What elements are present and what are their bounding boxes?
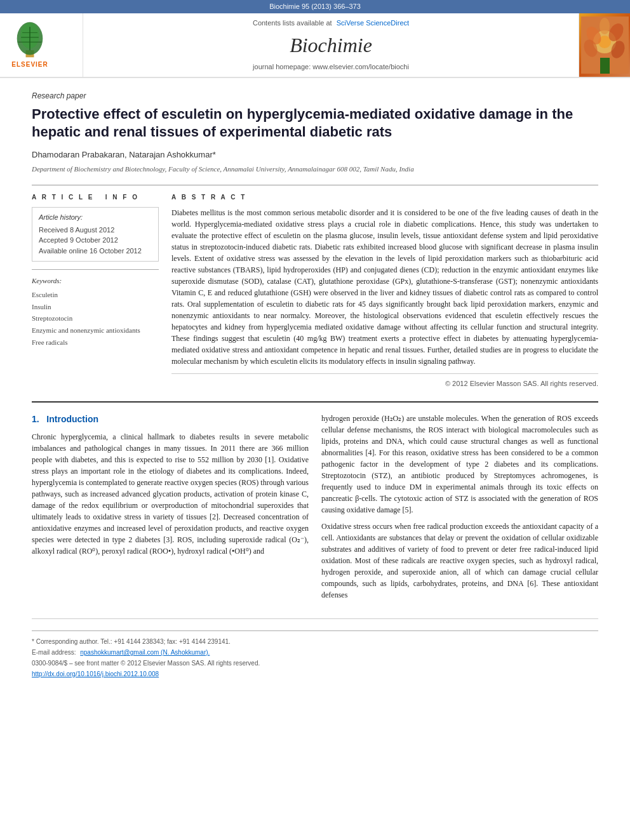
intro-body-right: hydrogen peroxide (H₂O₂) are unstable mo… <box>321 413 598 601</box>
cover-image-area: BIOCHIMIE <box>579 13 630 77</box>
cover-art-icon <box>581 17 629 74</box>
keywords-box: Keywords: Esculetin Insulin Streptozotoc… <box>32 276 159 348</box>
keyword-2: Insulin <box>32 301 159 313</box>
keywords-label: Keywords: <box>32 276 159 286</box>
keywords-list: Esculetin Insulin Streptozotocin Enzymic… <box>32 289 159 348</box>
corresponding-author: * Corresponding author. Tel.: +91 4144 2… <box>32 637 598 646</box>
affiliation: Department of Biochemistry and Biotechno… <box>32 164 598 174</box>
divider <box>32 269 159 270</box>
abstract-heading: A B S T R A C T <box>171 193 598 202</box>
article-history-title: Article history: <box>39 213 152 222</box>
keyword-3: Streptozotocin <box>32 312 159 324</box>
abstract-column: A B S T R A C T Diabetes mellitus is the… <box>171 193 598 389</box>
copyright: © 2012 Elsevier Masson SAS. All rights r… <box>171 373 598 389</box>
intro-heading: 1. Introduction <box>32 413 309 426</box>
accepted-date: Accepted 9 October 2012 <box>39 235 152 246</box>
intro-paragraph-3: Oxidative stress occurs when free radica… <box>321 521 598 601</box>
journal-cover-image: BIOCHIMIE <box>579 13 630 77</box>
doi-link[interactable]: http://dx.doi.org/10.1016/j.biochi.2012.… <box>32 670 159 677</box>
article-info-heading: A R T I C L E I N F O <box>32 193 159 202</box>
page-footer: * Corresponding author. Tel.: +91 4144 2… <box>32 618 598 679</box>
issn-notice: 0300-9084/$ – see front matter © 2012 El… <box>32 659 598 668</box>
keyword-1: Esculetin <box>32 289 159 301</box>
email-label: E-mail address: <box>32 649 76 656</box>
svg-point-14 <box>600 18 610 34</box>
intro-body-left: Chronic hyperglycemia, a clinical hallma… <box>32 431 309 557</box>
svg-rect-15 <box>600 58 610 74</box>
abstract-body: Diabetes mellitus is the most common ser… <box>171 207 598 367</box>
authors: Dhamodaran Prabakaran, Natarajan Ashokku… <box>32 149 598 161</box>
author-email[interactable]: npashokkumart@gmail.com (N. Ashokkumar). <box>80 649 210 656</box>
received-date: Received 8 August 2012 <box>39 225 152 236</box>
sciverse-info: Contents lists available at SciVerse Sci… <box>253 18 409 28</box>
elsevier-label: ELSEVIER <box>11 60 48 69</box>
main-content: Research paper Protective effect of escu… <box>0 78 630 693</box>
doi-line: http://dx.doi.org/10.1016/j.biochi.2012.… <box>32 670 598 679</box>
keyword-5: Free radicals <box>32 337 159 349</box>
elsevier-tree-icon <box>8 21 52 59</box>
journal-header: ELSEVIER Contents lists available at Sci… <box>0 13 630 78</box>
keyword-4: Enzymic and nonenzymic antioxidants <box>32 324 159 337</box>
elsevier-logo-area: ELSEVIER <box>0 13 83 77</box>
email-line: E-mail address: npashokkumart@gmail.com … <box>32 648 598 657</box>
elsevier-logo: ELSEVIER <box>8 21 52 69</box>
journal-title-area: Contents lists available at SciVerse Sci… <box>83 13 579 77</box>
footer-divider <box>32 630 598 631</box>
article-info-abstract-section: A R T I C L E I N F O Article history: R… <box>32 185 598 389</box>
journal-homepage: journal homepage: www.elsevier.com/locat… <box>253 62 409 72</box>
intro-paragraph-2: hydrogen peroxide (H₂O₂) are unstable mo… <box>321 413 598 516</box>
article-info-column: A R T I C L E I N F O Article history: R… <box>32 193 159 389</box>
journal-citation-bar: Biochimie 95 (2013) 366–373 <box>0 0 630 13</box>
available-online-date: Available online 16 October 2012 <box>39 246 152 257</box>
introduction-section: 1. Introduction Chronic hyperglycemia, a… <box>32 401 598 606</box>
article-title: Protective effect of esculetin on hyperg… <box>32 105 598 142</box>
article-type: Research paper <box>32 91 598 102</box>
article-history-box: Article history: Received 8 August 2012 … <box>32 207 159 262</box>
intro-col-right: hydrogen peroxide (H₂O₂) are unstable mo… <box>321 413 598 606</box>
sciverse-link[interactable]: SciVerse ScienceDirect <box>337 19 409 27</box>
citation-text: Biochimie 95 (2013) 366–373 <box>269 3 361 10</box>
intro-col-left: 1. Introduction Chronic hyperglycemia, a… <box>32 413 309 606</box>
intro-paragraph-1: Chronic hyperglycemia, a clinical hallma… <box>32 431 309 557</box>
journal-name: Biochimie <box>290 31 372 60</box>
